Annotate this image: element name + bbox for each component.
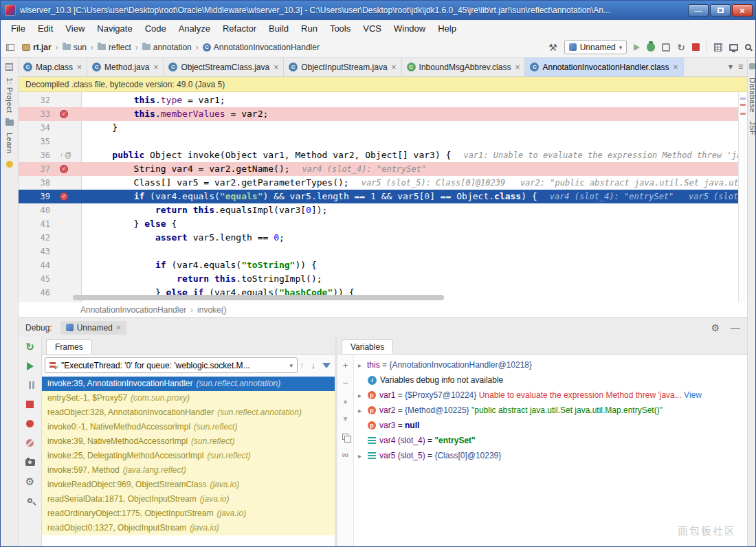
stack-frame-row[interactable]: invoke:39, AnnotationInvocationHandler(s… <box>42 377 335 391</box>
folder-icon[interactable] <box>5 120 14 126</box>
stripe-mark[interactable] <box>740 98 746 100</box>
move-down-icon[interactable]: ▼ <box>337 414 353 424</box>
stack-frame-row[interactable]: readSerialData:1871, ObjectInputStream(j… <box>42 492 335 506</box>
editor-tab[interactable]: CAnnotationInvocationHandler.class× <box>525 58 683 76</box>
horizontal-scrollbar[interactable] <box>73 295 444 300</box>
code-line[interactable]: 45 return this.toStringImpl(); <box>19 272 738 286</box>
database-icon[interactable] <box>749 63 755 69</box>
line-number[interactable]: 45 <box>19 272 54 286</box>
code-line[interactable]: 38 Class[] var5 = var2.getParameterTypes… <box>19 176 738 190</box>
tool-window-button-learn[interactable]: Learn <box>5 133 14 154</box>
gutter[interactable] <box>54 135 81 148</box>
expand-arrow-icon[interactable]: ▸ <box>358 452 367 460</box>
line-number[interactable]: 36 <box>19 148 54 162</box>
editor-tab[interactable]: CMap.class× <box>19 58 87 76</box>
stack-frame-row[interactable]: invoke0:-1, NativeMethodAccessorImpl(sun… <box>42 420 335 434</box>
menu-tools[interactable]: Tools <box>324 21 357 36</box>
code-line[interactable]: 33✓ this.memberValues = var2; <box>19 107 738 121</box>
show-watches-icon[interactable]: ∞ <box>337 449 353 460</box>
expand-arrow-icon[interactable]: ▸ <box>358 361 367 369</box>
gutter[interactable]: ↑@ <box>54 148 81 162</box>
tool-window-button-jsf[interactable]: JSF <box>748 121 756 135</box>
gutter[interactable] <box>54 176 81 190</box>
variable-row[interactable]: ▸pvar1 = {$Proxy57@10224} Unable to eval… <box>354 388 747 403</box>
line-number[interactable]: 39 <box>19 190 54 203</box>
breadcrumb-item[interactable]: CAnnotationInvocationHandler <box>201 42 322 53</box>
view-breakpoints-button[interactable] <box>19 418 41 429</box>
menu-run[interactable]: Run <box>295 21 324 36</box>
line-number[interactable]: 43 <box>19 245 54 258</box>
line-number[interactable]: 32 <box>19 93 54 107</box>
line-number[interactable]: 41 <box>19 217 54 231</box>
duplicate-watch-icon[interactable] <box>337 432 353 442</box>
menu-view[interactable]: View <box>59 21 91 36</box>
tab-frames[interactable]: Frames <box>46 339 92 354</box>
code-line[interactable]: 40 return this.equalsImpl(var3[0]); <box>19 203 738 217</box>
close-tab-icon[interactable]: × <box>515 63 520 72</box>
menu-refactor[interactable]: Refactor <box>216 21 263 36</box>
wrench-icon[interactable]: ⚒ <box>548 42 557 53</box>
gutter[interactable] <box>54 245 81 258</box>
code-line[interactable]: 39✓ if (var4.equals("equals") && var5.le… <box>19 190 738 203</box>
gutter[interactable]: ✓ <box>54 190 81 203</box>
expand-arrow-icon[interactable]: ▸ <box>358 407 367 414</box>
run-config-selector[interactable]: Unnamed ▾ <box>564 40 627 54</box>
menu-navigate[interactable]: Navigate <box>91 21 138 36</box>
pause-button[interactable] <box>19 380 41 390</box>
gutter[interactable] <box>54 272 81 286</box>
line-number[interactable]: 35 <box>19 135 54 148</box>
close-tab-icon[interactable]: × <box>274 63 278 72</box>
code-line[interactable]: 32 this.type = var1; <box>19 93 738 107</box>
gutter[interactable]: ✓ <box>54 162 81 176</box>
code-line[interactable]: 41 } else { <box>19 217 738 231</box>
editor-tab[interactable]: CObjectInputStream.java× <box>284 58 401 76</box>
code-line[interactable]: 44 if (var4.equals("toString")) { <box>19 258 738 272</box>
stack-frame-row[interactable]: entrySet:-1, $Proxy57(com.sun.proxy) <box>42 391 335 405</box>
gutter[interactable] <box>54 121 81 135</box>
gutter[interactable] <box>54 258 81 272</box>
tool-window-panes-icon[interactable] <box>6 44 14 51</box>
close-button[interactable]: × <box>732 4 753 16</box>
minimize-button[interactable]: — <box>688 4 709 16</box>
previous-frame-icon[interactable]: ↑ <box>300 360 304 370</box>
code-line[interactable]: 42 assert var5.length == 0; <box>19 231 738 245</box>
stack-frame-row[interactable]: invoke:597, Method(java.lang.reflect) <box>42 463 335 478</box>
menu-window[interactable]: Window <box>388 21 432 36</box>
stripe-mark[interactable] <box>740 113 746 115</box>
gutter[interactable] <box>54 231 81 245</box>
next-frame-icon[interactable]: ↓ <box>311 360 316 370</box>
menu-help[interactable]: Help <box>432 21 463 36</box>
project-icon[interactable] <box>5 63 13 71</box>
variable-row[interactable]: ▸pvar2 = {Method@10225} "public abstract… <box>354 403 747 418</box>
gutter[interactable] <box>54 93 81 107</box>
variable-row[interactable]: ▸this = {AnnotationInvocationHandler@102… <box>354 357 747 372</box>
stop-button[interactable] <box>692 43 700 51</box>
line-number[interactable]: 34 <box>19 121 54 135</box>
breakpoint-icon[interactable]: ✓ <box>60 192 68 201</box>
line-number[interactable]: 37 <box>19 162 54 176</box>
close-tab-icon[interactable]: × <box>674 63 678 72</box>
line-number[interactable]: 44 <box>19 258 54 272</box>
breadcrumb-item[interactable]: reflect <box>96 42 133 53</box>
stripe-mark[interactable] <box>740 104 746 106</box>
thread-selector[interactable]: ✓ "ExecuteThread: '0' for queue: 'weblog… <box>45 357 298 373</box>
code-line[interactable]: 36↑@ public Object invoke(Object var1, M… <box>19 148 738 162</box>
menu-analyze[interactable]: Analyze <box>173 21 216 36</box>
line-number[interactable]: 38 <box>19 176 54 190</box>
tool-window-button-database[interactable]: Database <box>748 78 756 113</box>
gutter[interactable]: ✓ <box>54 107 81 121</box>
resume-button[interactable] <box>19 361 41 371</box>
tool-windows-icon[interactable] <box>729 44 738 51</box>
remove-watch-icon[interactable]: − <box>337 378 353 388</box>
close-tab-icon[interactable]: × <box>392 63 397 72</box>
code-line[interactable]: 34 } <box>19 121 738 135</box>
line-number[interactable]: 46 <box>19 286 54 300</box>
gear-icon[interactable]: ⚙ <box>711 322 720 333</box>
gutter[interactable] <box>54 217 81 231</box>
close-tab-icon[interactable]: × <box>153 63 158 72</box>
tool-window-button-project[interactable]: 1: Project <box>5 78 14 113</box>
close-session-icon[interactable]: × <box>116 323 121 333</box>
line-number[interactable]: 33 <box>19 107 54 121</box>
thread-dump-button[interactable] <box>19 457 41 467</box>
stack-frame-row[interactable]: invokeReadObject:969, ObjectStreamClass(… <box>42 478 335 492</box>
